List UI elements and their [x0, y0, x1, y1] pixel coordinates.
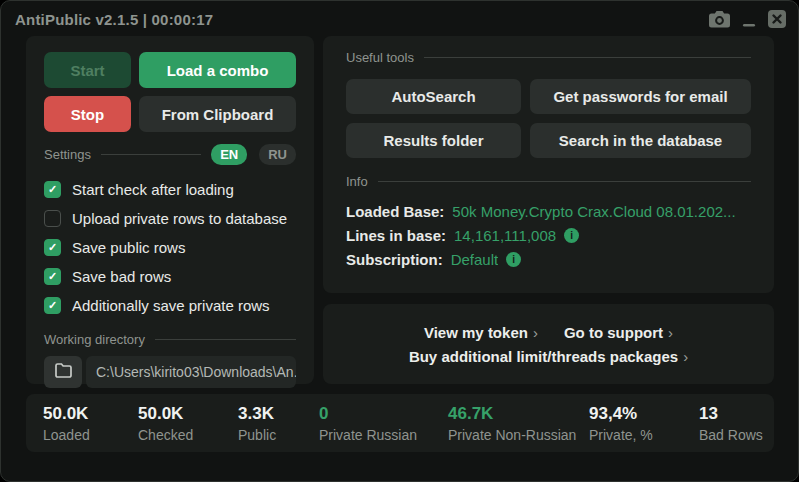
results-folder-button[interactable]: Results folder — [346, 123, 521, 158]
chevron-right-icon: › — [533, 324, 538, 341]
chevron-right-icon: › — [683, 348, 688, 365]
app-window: AntiPublic v2.1.5 | 00:00:17 — [0, 0, 799, 482]
window-title: AntiPublic v2.1.5 | 00:00:17 — [15, 11, 213, 28]
main-area: Start Load a combo Stop From Clipboard S… — [1, 31, 798, 384]
load-combo-button[interactable]: Load a combo — [139, 52, 296, 88]
divider-line — [378, 181, 751, 182]
folder-icon — [54, 363, 73, 381]
links-line-1: View my token› Go to support› — [424, 324, 673, 341]
divider-line — [155, 339, 296, 340]
working-directory-row: C:\Users\kirito03\Downloads\An... — [44, 356, 296, 388]
right-column: Useful tools AutoSearch Get passwords fo… — [323, 36, 774, 384]
settings-label: Settings — [44, 147, 91, 162]
autosearch-button[interactable]: AutoSearch — [346, 79, 521, 114]
info-icon[interactable]: i — [506, 252, 521, 267]
links-panel: View my token› Go to support› Buy additi… — [323, 304, 774, 384]
lines-in-base-value: 14,161,111,008 — [454, 227, 556, 244]
chevron-right-icon: › — [668, 324, 673, 341]
links-line-2: Buy additional limit/threads packages› — [409, 348, 688, 365]
checkbox-upload-private-rows[interactable]: ✓ Upload private rows to database — [44, 204, 296, 233]
info-label: Info — [346, 174, 368, 189]
get-passwords-for-email-button[interactable]: Get passwords for email — [530, 79, 751, 114]
run-buttons: Start Load a combo Stop From Clipboard — [44, 52, 296, 132]
titlebar: AntiPublic v2.1.5 | 00:00:17 — [1, 1, 798, 31]
checkbox-icon: ✓ — [44, 181, 61, 198]
window-controls — [709, 10, 786, 28]
view-my-token-link[interactable]: View my token› — [424, 324, 538, 341]
subscription-row: Subscription: Default i — [346, 247, 751, 271]
search-in-database-button[interactable]: Search in the database — [530, 123, 751, 158]
screenshot-camera-icon[interactable] — [709, 11, 730, 28]
stat-bad-rows: 13 Bad Rows — [699, 404, 763, 443]
language-toggle-en[interactable]: EN — [211, 144, 247, 165]
minimize-button[interactable] — [742, 11, 756, 28]
loaded-base-row: Loaded Base: 50k Money.Crypto Crax.Cloud… — [346, 199, 751, 223]
loaded-base-value: 50k Money.Crypto Crax.Cloud 08.01.202... — [452, 203, 735, 220]
browse-folder-button[interactable] — [44, 356, 82, 388]
close-button[interactable] — [768, 10, 786, 28]
checkbox-icon: ✓ — [44, 210, 61, 227]
stat-checked: 50.0K Checked — [138, 404, 238, 443]
info-icon[interactable]: i — [564, 228, 579, 243]
checkbox-icon: ✓ — [44, 268, 61, 285]
working-directory-label: Working directory — [44, 332, 145, 347]
checkbox-start-check-after-loading[interactable]: ✓ Start check after loading — [44, 175, 296, 204]
divider-line — [101, 154, 201, 155]
stat-public: 3.3K Public — [238, 404, 319, 443]
useful-tools-grid: AutoSearch Get passwords for email Resul… — [346, 79, 751, 158]
tools-info-panel: Useful tools AutoSearch Get passwords fo… — [323, 36, 774, 293]
lines-in-base-row: Lines in base: 14,161,111,008 i — [346, 223, 751, 247]
divider-line — [424, 57, 751, 58]
stats-bar: 50.0K Loaded 50.0K Checked 3.3K Public 0… — [26, 394, 774, 452]
checkbox-additionally-save-private-rows[interactable]: ✓ Additionally save private rows — [44, 291, 296, 320]
info-header: Info — [346, 174, 751, 189]
stat-private-percent: 93,4% Private, % — [589, 404, 699, 443]
subscription-value: Default — [451, 251, 499, 268]
checkbox-save-bad-rows[interactable]: ✓ Save bad rows — [44, 262, 296, 291]
from-clipboard-button[interactable]: From Clipboard — [139, 96, 296, 132]
start-button[interactable]: Start — [44, 52, 131, 88]
stat-private-russian: 0 Private Russian — [319, 404, 448, 443]
stat-private-non-russian: 46.7K Private Non-Russian — [448, 404, 589, 443]
control-panel: Start Load a combo Stop From Clipboard S… — [26, 36, 314, 384]
working-directory-path-field[interactable]: C:\Users\kirito03\Downloads\An... — [86, 356, 296, 388]
go-to-support-link[interactable]: Go to support› — [564, 324, 673, 341]
stop-button[interactable]: Stop — [44, 96, 131, 132]
checkbox-save-public-rows[interactable]: ✓ Save public rows — [44, 233, 296, 262]
checkbox-icon: ✓ — [44, 297, 61, 314]
settings-checkbox-list: ✓ Start check after loading ✓ Upload pri… — [44, 175, 296, 320]
info-rows: Loaded Base: 50k Money.Crypto Crax.Cloud… — [346, 199, 751, 271]
settings-section-header: Settings EN RU — [44, 144, 296, 165]
checkbox-icon: ✓ — [44, 239, 61, 256]
working-directory-header: Working directory — [44, 332, 296, 347]
stat-loaded: 50.0K Loaded — [43, 404, 138, 443]
useful-tools-label: Useful tools — [346, 50, 414, 65]
useful-tools-header: Useful tools — [346, 50, 751, 65]
language-toggle-ru[interactable]: RU — [259, 144, 296, 165]
buy-additional-packages-link[interactable]: Buy additional limit/threads packages› — [409, 348, 688, 365]
